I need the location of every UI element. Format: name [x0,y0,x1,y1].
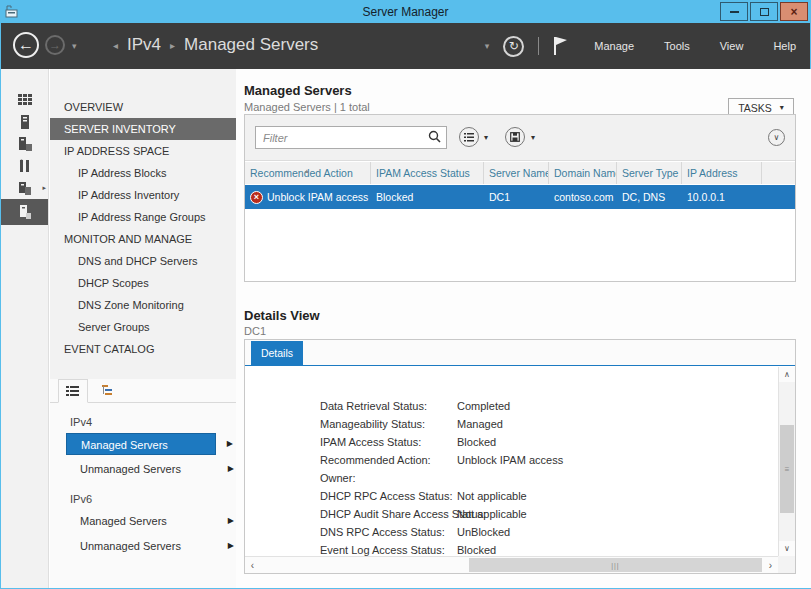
nav-item-monitor-and-manage[interactable]: MONITOR AND MANAGE [50,228,236,250]
tree-group-ipv4[interactable]: IPv4 [50,414,236,430]
forward-button[interactable]: → [45,35,65,55]
horizontal-scroll-thumb[interactable]: ||| [469,558,762,572]
save-query-button[interactable] [505,127,525,147]
column-label: Server Name [489,167,549,179]
scroll-left-icon[interactable]: ‹ [245,557,260,573]
restore-button[interactable] [750,2,778,21]
tree-view-icon [100,385,114,397]
nav-item-ip-address-space[interactable]: IP ADDRESS SPACE [50,140,236,162]
notifications-flag-icon[interactable] [553,36,568,56]
main-content: Managed Servers Managed Servers | 1 tota… [236,69,811,588]
search-icon[interactable] [428,130,441,143]
breadcrumb-caret-right-icon[interactable]: ▸ [170,40,175,51]
detail-label: DHCP RPC Access Status: [320,487,457,505]
chevron-down-icon: ∨ [774,133,780,142]
scroll-right-icon[interactable]: › [763,557,778,573]
nav-item-dhcp-scopes[interactable]: DHCP Scopes [50,272,236,294]
minimize-button[interactable] [720,2,748,21]
server-group-icon[interactable]: ▸ [1,177,48,199]
breadcrumb-caret-left-icon[interactable]: ◂ [113,40,118,51]
nav-item-ip-address-blocks[interactable]: IP Address Blocks [50,162,236,184]
dashboard-grid-icon[interactable] [1,89,48,111]
ipam-servers-icon[interactable]: ▸ [1,199,48,225]
cell-server-type: DC, DNS [617,191,682,203]
nav-item-server-inventory[interactable]: SERVER INVENTORY [50,118,236,140]
refresh-button[interactable]: ↻ [503,36,524,57]
tree-item-ipv6-unmanaged-servers[interactable]: Unmanaged Servers ▶ [66,535,216,557]
nav-item-event-catalog[interactable]: EVENT CATALOG [50,338,236,360]
local-server-icon[interactable] [1,111,48,133]
close-button[interactable]: × [780,2,808,21]
vertical-scroll-thumb[interactable]: ≡ [780,425,794,513]
navbar-right-group: ▾ ↻ Manage Tools View Help [485,23,796,69]
nav-item-ip-address-inventory[interactable]: IP Address Inventory [50,184,236,206]
detail-value: Blocked [457,433,496,451]
list-view-tab[interactable] [58,379,88,403]
detail-value: Not applicable [457,505,527,523]
menu-tools[interactable]: Tools [664,40,690,52]
filter-input[interactable] [255,126,447,149]
detail-row: Manageability Status:Managed [245,415,761,433]
minimize-icon [730,11,739,13]
nav-item-ip-address-range-groups[interactable]: IP Address Range Groups [50,206,236,228]
nav-item-overview[interactable]: OVERVIEW [50,96,236,118]
detail-row: Owner: [245,469,761,487]
ipam-nav-list: OVERVIEW SERVER INVENTORY IP ADDRESS SPA… [50,69,236,360]
table-row-dc1[interactable]: × Unblock IPAM access Blocked DC1 contos… [245,185,795,209]
server-settings-icon[interactable] [1,155,48,177]
column-header-server-name[interactable]: Server Name [484,162,549,184]
scroll-down-icon[interactable]: ∨ [779,541,795,556]
tree-group-ipv6[interactable]: IPv6 [50,491,236,507]
collapse-panel-button[interactable]: ∨ [768,129,785,146]
menu-help[interactable]: Help [773,40,796,52]
tree-expand-icon[interactable]: ▶ [228,510,234,532]
detail-label: Recommended Action: [320,451,457,469]
details-vertical-scrollbar[interactable]: ∧ ≡ ∨ [778,367,795,556]
save-query-caret-icon[interactable]: ▾ [531,133,535,142]
menu-view[interactable]: View [720,40,744,52]
column-header-ip-address[interactable]: IP Address [682,162,762,184]
tree-expand-icon[interactable]: ▶ [228,535,234,557]
save-query-icon [510,132,520,142]
breadcrumb: ◂ IPv4 ▸ Managed Servers [113,35,318,55]
column-header-filler [762,162,795,184]
column-header-server-type[interactable]: Server Type [617,162,682,184]
server-view-tree: IPv4 Managed Servers ▶ Unmanaged Servers… [50,379,236,588]
filter-field-wrap [255,126,447,149]
cell-server-name: DC1 [484,191,549,203]
details-horizontal-scrollbar[interactable]: ‹ ||| › [245,556,778,573]
refresh-dropdown-icon[interactable]: ▾ [485,41,490,51]
nav-item-dns-and-dhcp-servers[interactable]: DNS and DHCP Servers [50,250,236,272]
tree-item-label: Unmanaged Servers [80,463,181,475]
error-status-icon: × [250,191,263,204]
forward-arrow-icon: → [49,38,61,52]
column-header-recommended-action[interactable]: Recommended Action▴ [245,162,371,184]
flyout-arrow-icon: ▸ [42,184,46,192]
scroll-up-icon[interactable]: ∧ [779,367,795,382]
breadcrumb-item-managed-servers[interactable]: Managed Servers [184,35,318,55]
tree-view-tab[interactable] [92,379,122,403]
nav-item-server-groups[interactable]: Server Groups [50,316,236,338]
detail-row: DHCP RPC Access Status:Not applicable [245,487,761,505]
back-button[interactable]: ← [13,32,39,58]
tree-item-ipv4-unmanaged-servers[interactable]: Unmanaged Servers ▶ [66,458,216,480]
detail-row: Data Retrieval Status:Completed [245,397,761,415]
tree-expand-icon[interactable]: ▶ [227,433,233,455]
filter-criteria-caret-icon[interactable]: ▾ [484,133,488,142]
tree-item-ipv4-managed-servers[interactable]: Managed Servers ▶ [66,433,216,455]
nav-item-dns-zone-monitoring[interactable]: DNS Zone Monitoring [50,294,236,316]
tab-details[interactable]: Details [251,341,303,365]
history-dropdown-icon[interactable]: ▾ [72,41,77,51]
breadcrumb-item-ipv4[interactable]: IPv4 [127,35,161,55]
detail-label: Manageability Status: [320,415,457,433]
tree-item-ipv6-managed-servers[interactable]: Managed Servers ▶ [66,510,216,532]
cell-recommended-action: × Unblock IPAM access [245,191,371,204]
all-servers-icon[interactable] [1,133,48,155]
column-header-ipam-access-status[interactable]: IPAM Access Status [371,162,484,184]
tree-expand-icon[interactable]: ▶ [228,458,234,480]
details-tab-strip: Details [245,340,795,366]
menu-manage[interactable]: Manage [594,40,634,52]
titlebar: Server Manager × [1,1,810,23]
column-header-domain-name[interactable]: Domain Name [549,162,617,184]
filter-criteria-button[interactable] [459,127,479,147]
